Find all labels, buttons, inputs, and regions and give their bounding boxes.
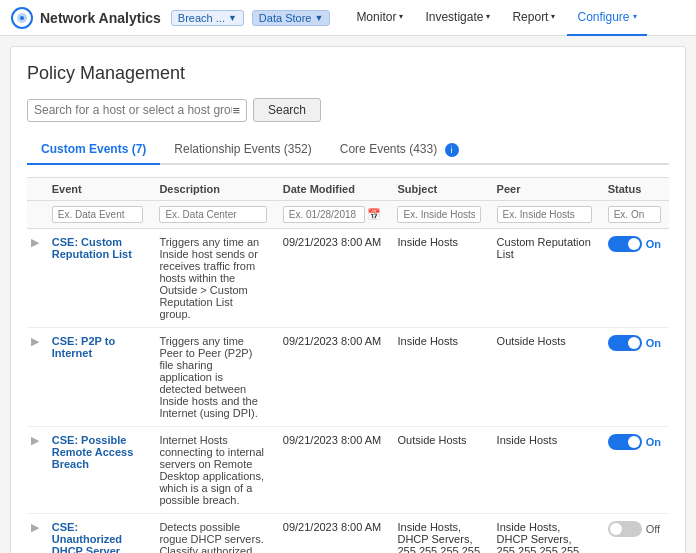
subject-cell-3: Outside Hosts bbox=[389, 426, 488, 513]
nav-monitor[interactable]: Monitor ▾ bbox=[346, 0, 413, 36]
toggle-3[interactable] bbox=[608, 434, 642, 450]
description-cell-3: Internet Hosts connecting to internal se… bbox=[151, 426, 274, 513]
events-table-wrap: Event Description Date Modified Subject … bbox=[27, 177, 669, 553]
app-title: Network Analytics bbox=[40, 10, 161, 26]
event-cell-2: CSE: P2P to Internet bbox=[44, 327, 152, 426]
toggle-4[interactable] bbox=[608, 521, 642, 537]
top-nav: Network Analytics Breach ... ▼ Data Stor… bbox=[0, 0, 696, 36]
status-label-1: On bbox=[646, 238, 661, 250]
status-label-2: On bbox=[646, 337, 661, 349]
date-cell-1: 09/21/2023 8:00 AM bbox=[275, 228, 390, 327]
calendar-icon[interactable]: 📅 bbox=[367, 208, 381, 221]
table-filter-row: 📅 bbox=[27, 200, 669, 228]
col-header-subject: Subject bbox=[389, 177, 488, 200]
filter-description bbox=[151, 200, 274, 228]
tab-relationship-events[interactable]: Relationship Events (352) bbox=[160, 136, 325, 165]
tabs: Custom Events (7) Relationship Events (3… bbox=[27, 136, 669, 165]
description-cell-2: Triggers any time Peer to Peer (P2P) fil… bbox=[151, 327, 274, 426]
expand-cell-1[interactable]: ▶ bbox=[27, 228, 44, 327]
toggle-2[interactable] bbox=[608, 335, 642, 351]
subject-cell-2: Inside Hosts bbox=[389, 327, 488, 426]
filter-event bbox=[44, 200, 152, 228]
nav-tags: Breach ... ▼ Data Store ▼ bbox=[171, 10, 335, 26]
nav-configure[interactable]: Configure ▾ bbox=[567, 0, 646, 36]
expand-cell-3[interactable]: ▶ bbox=[27, 426, 44, 513]
table-row: ▶CSE: Custom Reputation ListTriggers any… bbox=[27, 228, 669, 327]
filter-status-input[interactable] bbox=[608, 206, 661, 223]
list-icon[interactable]: ≡ bbox=[232, 103, 240, 118]
col-header-description: Description bbox=[151, 177, 274, 200]
configure-arrow: ▾ bbox=[633, 12, 637, 21]
svg-point-2 bbox=[20, 16, 24, 20]
filter-date-input[interactable] bbox=[283, 206, 366, 223]
table-header-row: Event Description Date Modified Subject … bbox=[27, 177, 669, 200]
filter-date: 📅 bbox=[275, 200, 390, 228]
peer-cell-1: Custom Reputation List bbox=[489, 228, 600, 327]
status-cell-2: On bbox=[600, 327, 669, 426]
col-header-date: Date Modified bbox=[275, 177, 390, 200]
subject-cell-4: Inside Hosts, DHCP Servers, 255.255.255.… bbox=[389, 513, 488, 553]
status-cell-4: Off bbox=[600, 513, 669, 553]
nav-investigate[interactable]: Investigate ▾ bbox=[415, 0, 500, 36]
event-cell-4: CSE: Unauthorized DHCP Server bbox=[44, 513, 152, 553]
nav-menu: Monitor ▾ Investigate ▾ Report ▾ Configu… bbox=[346, 0, 646, 36]
col-header-status: Status bbox=[600, 177, 669, 200]
main-content: Policy Management ≡ Search Custom Events… bbox=[10, 46, 686, 553]
expand-cell-2[interactable]: ▶ bbox=[27, 327, 44, 426]
description-cell-4: Detects possible rogue DHCP servers. Cla… bbox=[151, 513, 274, 553]
datastore-arrow: ▼ bbox=[314, 13, 323, 23]
info-icon: i bbox=[445, 143, 459, 157]
peer-cell-3: Inside Hosts bbox=[489, 426, 600, 513]
date-cell-2: 09/21/2023 8:00 AM bbox=[275, 327, 390, 426]
nav-report[interactable]: Report ▾ bbox=[502, 0, 565, 36]
breach-arrow: ▼ bbox=[228, 13, 237, 23]
event-cell-3: CSE: Possible Remote Access Breach bbox=[44, 426, 152, 513]
app-logo-icon bbox=[10, 6, 34, 30]
filter-peer-input[interactable] bbox=[497, 206, 592, 223]
search-bar: ≡ Search bbox=[27, 98, 669, 122]
search-button[interactable]: Search bbox=[253, 98, 321, 122]
description-cell-1: Triggers any time an Inside host sends o… bbox=[151, 228, 274, 327]
table-row: ▶CSE: Possible Remote Access BreachInter… bbox=[27, 426, 669, 513]
nav-tag-datastore[interactable]: Data Store ▼ bbox=[252, 10, 331, 26]
filter-status bbox=[600, 200, 669, 228]
col-header-event: Event bbox=[44, 177, 152, 200]
peer-cell-2: Outside Hosts bbox=[489, 327, 600, 426]
report-arrow: ▾ bbox=[551, 12, 555, 21]
page-title: Policy Management bbox=[27, 63, 669, 84]
subject-cell-1: Inside Hosts bbox=[389, 228, 488, 327]
date-cell-4: 09/21/2023 8:00 AM bbox=[275, 513, 390, 553]
status-cell-3: On bbox=[600, 426, 669, 513]
col-header-expand bbox=[27, 177, 44, 200]
tab-custom-events[interactable]: Custom Events (7) bbox=[27, 136, 160, 165]
table-row: ▶CSE: Unauthorized DHCP ServerDetects po… bbox=[27, 513, 669, 553]
date-cell-3: 09/21/2023 8:00 AM bbox=[275, 426, 390, 513]
toggle-1[interactable] bbox=[608, 236, 642, 252]
status-label-4: Off bbox=[646, 523, 660, 535]
expand-cell-4[interactable]: ▶ bbox=[27, 513, 44, 553]
event-cell-1: CSE: Custom Reputation List bbox=[44, 228, 152, 327]
filter-peer bbox=[489, 200, 600, 228]
table-body: ▶CSE: Custom Reputation ListTriggers any… bbox=[27, 228, 669, 553]
filter-event-input[interactable] bbox=[52, 206, 144, 223]
tab-core-events[interactable]: Core Events (433) i bbox=[326, 136, 473, 165]
filter-subject-input[interactable] bbox=[397, 206, 480, 223]
filter-subject bbox=[389, 200, 488, 228]
status-cell-1: On bbox=[600, 228, 669, 327]
col-header-peer: Peer bbox=[489, 177, 600, 200]
monitor-arrow: ▾ bbox=[399, 12, 403, 21]
nav-tag-breach[interactable]: Breach ... ▼ bbox=[171, 10, 244, 26]
search-input[interactable] bbox=[34, 103, 232, 117]
investigate-arrow: ▾ bbox=[486, 12, 490, 21]
status-label-3: On bbox=[646, 436, 661, 448]
app-logo: Network Analytics bbox=[10, 6, 161, 30]
events-table: Event Description Date Modified Subject … bbox=[27, 177, 669, 553]
filter-description-input[interactable] bbox=[159, 206, 266, 223]
table-row: ▶CSE: P2P to InternetTriggers any time P… bbox=[27, 327, 669, 426]
search-input-wrap: ≡ bbox=[27, 99, 247, 122]
peer-cell-4: Inside Hosts, DHCP Servers, 255.255.255.… bbox=[489, 513, 600, 553]
